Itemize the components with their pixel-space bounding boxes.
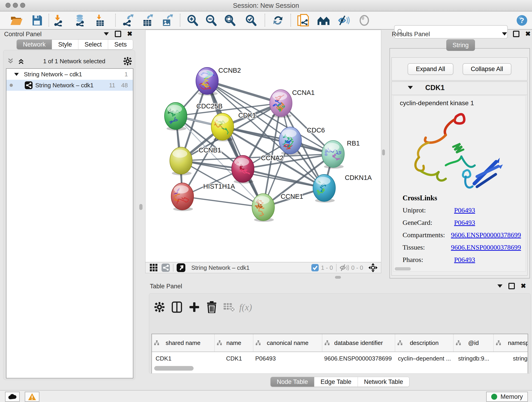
column-header-name[interactable]: name (215, 334, 253, 351)
node-result-description: cyclin-dependent kinase 1 (400, 99, 474, 107)
float-panel-icon[interactable] (115, 31, 121, 37)
network-options-gear-icon[interactable] (123, 57, 132, 65)
refresh-view-icon[interactable] (269, 14, 287, 27)
node-result-expander-icon[interactable] (408, 86, 413, 89)
memory-button[interactable]: Memory (486, 392, 528, 402)
control-panel-tabs: NetworkStyleSelectSets (17, 39, 133, 50)
collapse-results-icon[interactable] (502, 32, 507, 36)
expand-all-button[interactable]: Expand All (408, 63, 453, 75)
collapse-panel-icon[interactable] (104, 32, 109, 36)
import-network-database-icon[interactable] (72, 14, 89, 27)
network-node-CDKN1A[interactable]: CDKN1A (310, 174, 372, 203)
node-table[interactable]: shared namenamecanonical namedatabase id… (152, 334, 528, 373)
table-cell[interactable]: P06493 (253, 355, 322, 362)
clone-network-icon[interactable] (295, 14, 312, 27)
expand-all-icon[interactable] (17, 57, 25, 65)
fit-content-crosshair-icon[interactable] (368, 263, 378, 273)
collapse-table-panel-icon[interactable] (497, 284, 502, 288)
export-table-icon[interactable] (139, 14, 156, 27)
delete-table-icon[interactable] (222, 300, 236, 314)
network-node-CDK1[interactable]: CDK1 (211, 112, 256, 141)
table-hscrollbar-thumb[interactable] (154, 366, 194, 370)
tab-sets[interactable]: Sets (108, 40, 133, 49)
table-cell[interactable]: cyclin–dependent ... (395, 355, 454, 362)
network-node-RB1[interactable]: RB1 (321, 140, 360, 169)
tab-string[interactable]: String (446, 39, 475, 51)
right-splitter-handle[interactable] (382, 149, 385, 155)
import-table-file-icon[interactable] (91, 14, 109, 27)
float-results-icon[interactable] (513, 31, 519, 37)
collapse-all-button[interactable]: Collapse All (462, 63, 511, 75)
column-header-databaseidentifier[interactable]: database identifier (322, 334, 395, 351)
network-edge-HIST1H1A-CCNE1[interactable] (182, 196, 263, 207)
crosslink-link[interactable]: P06493 (454, 219, 475, 226)
zoom-selected-icon[interactable] (242, 14, 260, 27)
zoom-out-icon[interactable] (202, 14, 220, 27)
close-panel-icon[interactable]: ✖ (127, 31, 133, 37)
tab-network-table[interactable]: Network Table (358, 377, 409, 387)
show-hidden-icon[interactable] (355, 14, 373, 27)
column-header-canonicalname[interactable]: canonical name (253, 334, 322, 351)
tab-network[interactable]: Network (17, 40, 52, 49)
close-results-icon[interactable]: ✖ (525, 31, 531, 37)
hide-selected-icon[interactable] (335, 14, 353, 27)
results-scrollbar-thumb[interactable] (395, 267, 411, 270)
collapse-all-icon[interactable] (7, 57, 14, 65)
grid-view-icon[interactable] (150, 264, 158, 272)
crosslink-link[interactable]: 9606.ENSP00000378699 (451, 243, 521, 251)
zoom-in-icon[interactable] (184, 14, 201, 27)
column-header-namespace[interactable]: namespace (494, 334, 528, 351)
crosslink-link[interactable]: P06493 (454, 206, 475, 214)
column-header-id[interactable]: @id (454, 334, 494, 351)
warnings-button[interactable] (25, 392, 39, 402)
table-row[interactable]: CDK1CDK1P064939606.ENSP00000378699cyclin… (152, 352, 528, 365)
add-column-icon[interactable] (187, 300, 201, 314)
left-splitter-handle[interactable] (139, 204, 143, 210)
tab-select[interactable]: Select (78, 40, 108, 49)
float-table-panel-icon[interactable] (508, 283, 515, 289)
protein-structure-image (406, 110, 511, 195)
bottom-splitter-handle[interactable] (335, 276, 341, 279)
network-collection-row[interactable]: String Network – cdk1 1 (6, 69, 133, 80)
network-node-CCNB1[interactable]: CCNB1 (170, 147, 221, 175)
cloud-status-button[interactable] (5, 392, 20, 402)
crosslink-link[interactable]: P06493 (454, 256, 475, 263)
share-view-icon[interactable] (162, 264, 170, 272)
open-session-icon[interactable] (8, 14, 25, 27)
save-session-icon[interactable] (28, 14, 46, 27)
delete-column-icon[interactable] (205, 300, 219, 314)
function-builder-button[interactable]: f(x) (239, 300, 253, 314)
export-image-icon[interactable] (158, 14, 176, 27)
show-all-networks-icon[interactable] (315, 14, 332, 27)
export-network-icon[interactable] (119, 14, 137, 27)
node-table-box: f(x) shared namenamecanonical namedataba… (149, 293, 531, 374)
network-canvas[interactable]: CCNB2CCNA1CDC25BCDK1CDC6RB1CCNB1CCNA2CDK… (146, 30, 381, 262)
show-columns-icon[interactable] (170, 300, 184, 314)
tab-style[interactable]: Style (52, 40, 78, 49)
table-cell[interactable]: stringdb (494, 355, 528, 362)
crosslink-link[interactable]: 9606.ENSP00000378699 (451, 231, 521, 239)
tab-node-table[interactable]: Node Table (271, 377, 314, 387)
node-result-header[interactable]: CDK1 (392, 82, 527, 95)
table-cell[interactable]: CDK1 (215, 355, 253, 362)
help-icon[interactable]: ? (513, 14, 531, 27)
selected-checkbox-icon[interactable] (311, 264, 319, 271)
table-cell[interactable]: stringdb:9... (454, 355, 494, 362)
close-table-panel-icon[interactable]: ✖ (521, 283, 526, 289)
table-cell[interactable]: 9606.ENSP00000378699 (322, 355, 395, 362)
network-row[interactable]: String Network – cdk1 11 48 (6, 80, 133, 91)
table-tabs: Node TableEdge TableNetwork Table (270, 377, 409, 387)
import-network-file-icon[interactable] (51, 14, 68, 27)
tab-edge-table[interactable]: Edge Table (314, 377, 358, 387)
network-node-HIST1H1A[interactable]: HIST1H1A (168, 183, 235, 211)
table-options-gear-icon[interactable] (152, 300, 167, 314)
zoom-fit-icon[interactable] (221, 14, 239, 27)
birds-eye-view-icon[interactable] (177, 263, 185, 272)
crosslink-row: Compartments:9606.ENSP00000378699 (403, 229, 521, 241)
network-label: String Network – cdk1 (35, 82, 94, 89)
collection-expander-icon[interactable] (14, 73, 19, 76)
network-view-title: String Network – cdk1 (191, 264, 249, 271)
column-header-sharedname[interactable]: shared name (152, 334, 215, 351)
column-header-description[interactable]: description (395, 334, 454, 351)
table-cell[interactable]: CDK1 (152, 355, 215, 362)
